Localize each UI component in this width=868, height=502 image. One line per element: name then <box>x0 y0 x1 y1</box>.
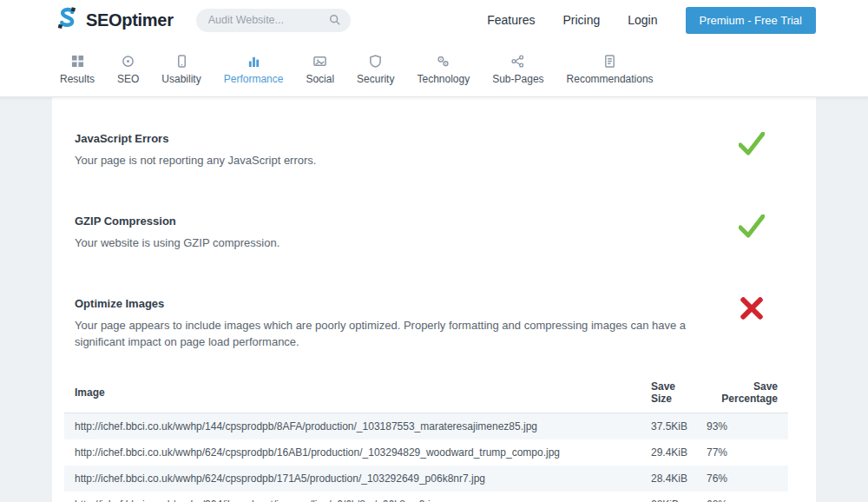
tab-seo[interactable]: SEO <box>106 50 150 96</box>
nav-link-pricing[interactable]: Pricing <box>562 13 600 27</box>
document-icon <box>603 54 616 68</box>
image-url: http://ichef.bbci.co.uk/wwhp/624/cpsprod… <box>64 466 641 492</box>
save-size: 28.4KiB <box>641 466 701 492</box>
section-description: Your page is not reporting any JavaScrip… <box>75 153 727 169</box>
logo[interactable]: SEOptimer <box>54 5 174 35</box>
table-row: http://ichef.bbci.co.uk/wwhp/624/cpsprod… <box>64 439 788 466</box>
audit-search <box>196 9 351 32</box>
save-percentage: 77% <box>701 439 788 466</box>
tab-label: Security <box>357 73 394 85</box>
table-row: http://ichef.bbci.co.uk/wwhp/304/ibroadc… <box>64 492 788 502</box>
tab-social[interactable]: Social <box>294 50 345 96</box>
tab-label: Results <box>60 73 95 85</box>
tab-security[interactable]: Security <box>345 50 405 96</box>
tab-label: Sub-Pages <box>492 73 543 85</box>
tab-sub-pages[interactable]: Sub-Pages <box>481 50 555 96</box>
tab-recommendations[interactable]: Recommendations <box>556 50 665 96</box>
save-size: 28KiB <box>641 492 701 502</box>
pass-check-icon <box>736 132 767 169</box>
save-size: 29.4KiB <box>641 439 701 466</box>
seoptimer-logo-icon <box>54 5 80 35</box>
performance-report-card: JavaScript Errors Your page is not repor… <box>52 97 816 502</box>
section-description: Your page appears to include images whic… <box>75 318 727 351</box>
logo-text: SEOptimer <box>86 10 174 30</box>
premium-free-trial-button[interactable]: Premium - Free Trial <box>686 7 816 34</box>
tab-label: SEO <box>117 73 139 85</box>
section-title: Optimize Images <box>75 297 727 310</box>
save-size: 37.5KiB <box>641 413 701 440</box>
tab-label: Social <box>306 73 334 85</box>
link-nodes-icon <box>511 54 524 68</box>
tab-usability[interactable]: Usability <box>150 50 212 96</box>
section-description: Your website is using GZIP compression. <box>75 235 727 252</box>
save-percentage: 68% <box>701 492 788 502</box>
tab-label: Usability <box>161 73 201 85</box>
section-gzip-compression: GZIP Compression Your website is using G… <box>75 215 816 252</box>
image-url: http://ichef.bbci.co.uk/wwhp/144/cpsprod… <box>64 413 641 440</box>
tab-results[interactable]: Results <box>49 50 106 96</box>
column-header-save-size: Save Size <box>641 373 701 413</box>
photo-icon <box>313 54 326 68</box>
header-nav: Features Pricing Login Premium - Free Tr… <box>487 7 816 34</box>
section-title: GZIP Compression <box>75 215 727 228</box>
tab-technology[interactable]: Technology <box>405 50 481 96</box>
table-row: http://ichef.bbci.co.uk/wwhp/624/cpsprod… <box>64 466 788 492</box>
save-percentage: 76% <box>701 466 788 492</box>
image-url: http://ichef.bbci.co.uk/wwhp/624/cpsprod… <box>64 439 641 466</box>
search-icon <box>329 14 341 30</box>
tab-label: Recommendations <box>567 73 654 85</box>
tab-performance[interactable]: Performance <box>213 50 295 96</box>
bar-chart-icon <box>247 54 260 68</box>
table-row: http://ichef.bbci.co.uk/wwhp/144/cpsprod… <box>64 413 788 440</box>
tab-label: Technology <box>417 73 470 85</box>
table-header-row: Image Save Size Save Percentage <box>64 373 788 413</box>
section-title: JavaScript Errors <box>75 132 727 145</box>
nav-link-login[interactable]: Login <box>628 13 657 27</box>
target-icon <box>122 54 135 68</box>
audit-search-input[interactable] <box>196 9 351 32</box>
pass-check-icon <box>736 215 767 252</box>
report-tabbar: Results SEO Usability Performance <box>0 40 868 97</box>
gears-icon <box>437 54 450 68</box>
nav-link-features[interactable]: Features <box>487 13 535 27</box>
shield-icon <box>369 54 382 68</box>
section-optimize-images: Optimize Images Your page appears to inc… <box>75 297 816 351</box>
column-header-image: Image <box>64 373 641 413</box>
optimize-images-table: Image Save Size Save Percentage http://i… <box>64 373 788 502</box>
top-header: SEOptimer Features Pricing Login Premium… <box>0 0 868 40</box>
image-url: http://ichef.bbci.co.uk/wwhp/304/ibroadc… <box>64 492 641 502</box>
grid-icon <box>71 54 84 68</box>
section-javascript-errors: JavaScript Errors Your page is not repor… <box>75 132 816 169</box>
save-percentage: 93% <box>701 413 788 440</box>
mobile-icon <box>175 54 188 68</box>
column-header-save-percentage: Save Percentage <box>701 373 788 413</box>
tab-label: Performance <box>224 73 284 85</box>
fail-x-icon <box>736 297 767 351</box>
